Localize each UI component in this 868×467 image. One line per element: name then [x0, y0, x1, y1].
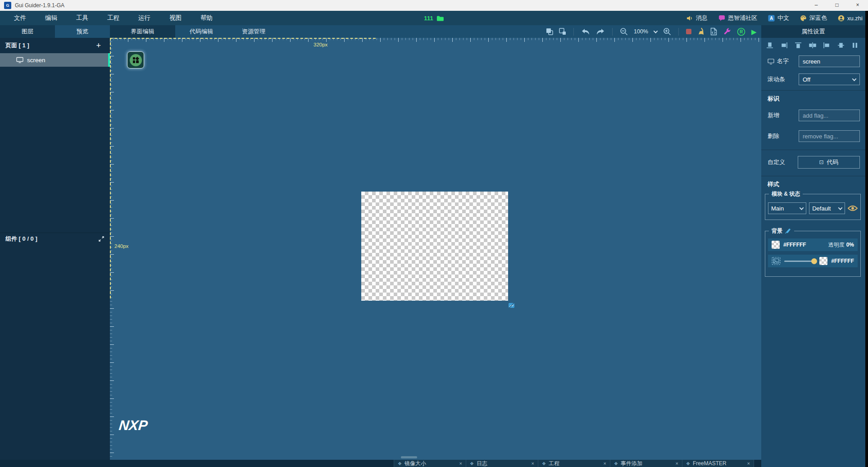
- paint-brush-icon[interactable]: [785, 228, 791, 234]
- bg-color-swatch[interactable]: [772, 241, 780, 249]
- ruler-width-label: 320px: [314, 42, 327, 47]
- zoom-out-icon[interactable]: [620, 27, 628, 36]
- close-icon[interactable]: ×: [459, 461, 462, 466]
- window-right-edge: [865, 11, 868, 467]
- theme-label: 深蓝色: [809, 14, 827, 22]
- folder-icon: [436, 15, 444, 21]
- components-header-title: 组件 [ 0 / 0 ]: [5, 235, 37, 243]
- menu-view[interactable]: 视图: [160, 11, 191, 25]
- maximize-button[interactable]: □: [827, 0, 847, 11]
- panel-dock-icon: ❖: [614, 461, 618, 466]
- horizontal-guide-dashes: [110, 38, 376, 39]
- messages-button[interactable]: 消息: [686, 14, 708, 22]
- clean-broom-icon[interactable]: [697, 27, 704, 36]
- menu-help[interactable]: 帮助: [191, 11, 222, 25]
- language-label: 中文: [777, 14, 789, 22]
- status-tab-mirror-size[interactable]: ❖ 镜像大小 ×: [394, 460, 466, 467]
- align-bottom-icon[interactable]: [766, 42, 774, 49]
- build-wrench-icon[interactable]: [723, 27, 731, 36]
- redo-icon[interactable]: [596, 28, 605, 35]
- module-state-fieldset: 模块 & 状态 Main Default: [765, 194, 861, 220]
- background-fieldset: 背景 #FFFFFF 透明度 0%: [765, 231, 861, 277]
- design-canvas[interactable]: 320px 240px NXP: [110, 38, 761, 460]
- gradient-slider-knob[interactable]: [811, 258, 817, 264]
- zoom-dropdown-chevron-icon[interactable]: [654, 29, 658, 33]
- username-label: xu.zhi: [847, 15, 863, 22]
- expand-icon[interactable]: [98, 236, 105, 242]
- stop-icon[interactable]: [686, 29, 691, 34]
- ruler-height-label: 240px: [114, 243, 128, 249]
- canvas-hscrollbar-thumb[interactable]: [401, 456, 417, 458]
- panel-dock-icon: ❖: [398, 461, 402, 466]
- code-button[interactable]: ⊡ 代码: [798, 156, 860, 169]
- close-icon[interactable]: ×: [604, 461, 606, 466]
- add-page-button[interactable]: +: [96, 41, 101, 50]
- gradient-slider[interactable]: [784, 261, 816, 262]
- status-tab-log[interactable]: ❖ 日志 ×: [466, 460, 538, 467]
- menu-file[interactable]: 文件: [5, 11, 36, 25]
- undo-icon[interactable]: [581, 28, 590, 35]
- project-name-badge[interactable]: 111: [424, 11, 444, 25]
- section-divider: [761, 90, 865, 91]
- module-value: Main: [771, 205, 784, 212]
- align-right-icon[interactable]: [780, 42, 788, 49]
- align-top-icon[interactable]: [794, 42, 802, 49]
- align-left-icon[interactable]: [823, 42, 831, 49]
- copy-icon[interactable]: [546, 28, 553, 35]
- background-legend-group: 背景: [769, 227, 794, 234]
- close-icon[interactable]: ×: [747, 461, 750, 466]
- status-tab-events[interactable]: ❖ 事件添加 ×: [610, 460, 682, 467]
- user-account-button[interactable]: xu.zhi: [838, 15, 863, 22]
- community-button[interactable]: 恩智浦社区: [718, 14, 757, 22]
- tab-layers[interactable]: 图层: [0, 25, 55, 38]
- translate-icon: A: [768, 15, 775, 22]
- align-center-horizontal-icon[interactable]: [809, 42, 817, 49]
- distribute-horizontal-icon[interactable]: [851, 42, 859, 49]
- tab-preview[interactable]: 预览: [55, 25, 110, 38]
- image-placeholder-icon[interactable]: [508, 302, 515, 311]
- page-item-label: screen: [27, 57, 45, 64]
- zoom-level-value[interactable]: 100%: [634, 28, 648, 35]
- zoom-in-icon[interactable]: [663, 27, 671, 36]
- chevron-down-icon: [852, 77, 857, 81]
- play-icon[interactable]: ▶: [751, 28, 757, 35]
- status-tab-label: 事件添加: [621, 460, 642, 467]
- name-input[interactable]: [799, 55, 860, 67]
- module-select[interactable]: Main: [768, 202, 806, 214]
- menu-edit[interactable]: 编辑: [36, 11, 67, 25]
- screen-widget-button[interactable]: [127, 51, 144, 69]
- tab-resource-manager[interactable]: 资源管理: [227, 25, 280, 38]
- align-center-vertical-icon[interactable]: [837, 42, 845, 49]
- tab-ui-editor[interactable]: 界面编辑: [110, 25, 175, 38]
- close-icon[interactable]: ×: [676, 461, 678, 466]
- menu-project[interactable]: 工程: [98, 11, 129, 25]
- visibility-eye-icon[interactable]: [848, 205, 858, 211]
- menu-bar-right: 消息 恩智浦社区 A 中文 深蓝色 xu.zhi: [686, 11, 863, 25]
- close-icon[interactable]: ×: [532, 461, 534, 466]
- status-tab-project[interactable]: ❖ 工程 ×: [538, 460, 610, 467]
- gradient-color-swatch[interactable]: [819, 257, 827, 265]
- name-label: 名字: [777, 57, 789, 65]
- gradient-image-icon[interactable]: [772, 257, 781, 265]
- status-tab-freemaster[interactable]: ❖ FreeMASTER ×: [682, 460, 754, 467]
- run-simulator-icon[interactable]: R: [737, 27, 745, 36]
- minimize-button[interactable]: –: [806, 0, 827, 11]
- bg-color-value: #FFFFFF: [783, 242, 806, 248]
- screen-design-surface[interactable]: [361, 192, 508, 301]
- tab-code-editor[interactable]: 代码编辑: [175, 25, 227, 38]
- close-button[interactable]: ×: [847, 0, 868, 11]
- menu-run[interactable]: 运行: [129, 11, 160, 25]
- add-flag-input[interactable]: [799, 110, 860, 121]
- generate-code-file-icon[interactable]: [710, 27, 717, 36]
- remove-flag-input[interactable]: [799, 130, 860, 142]
- duplicate-icon[interactable]: [559, 28, 566, 35]
- menu-tools[interactable]: 工具: [67, 11, 98, 25]
- flags-section-title: 标识: [768, 95, 779, 103]
- language-button[interactable]: A 中文: [768, 14, 789, 22]
- scrollbar-select[interactable]: Off: [799, 73, 860, 85]
- state-select[interactable]: Default: [809, 202, 845, 214]
- panel-dock-icon: ❖: [542, 461, 546, 466]
- theme-button[interactable]: 深蓝色: [800, 14, 827, 22]
- project-name: 111: [424, 15, 433, 22]
- page-item-screen[interactable]: screen: [0, 53, 110, 67]
